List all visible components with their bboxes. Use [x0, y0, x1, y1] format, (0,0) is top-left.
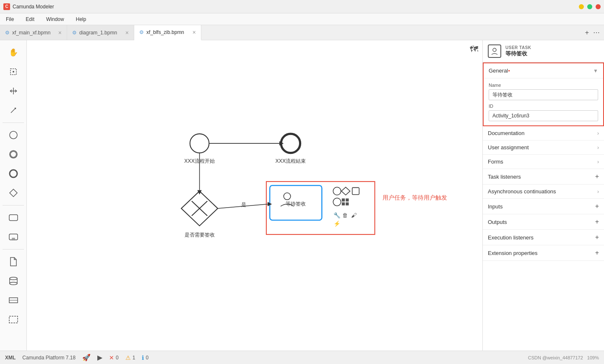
- execution-listeners-row[interactable]: Execution listeners +: [483, 230, 604, 245]
- documentation-label: Documentation: [488, 130, 524, 136]
- async-continuations-label: Asynchronous continuations: [488, 188, 556, 195]
- seq-label: 是: [241, 202, 246, 208]
- async-continuations-row[interactable]: Asynchronous continuations ›: [483, 185, 604, 199]
- svg-marker-14: [10, 189, 17, 197]
- window-controls[interactable]: [579, 4, 601, 9]
- tab-close-2[interactable]: ×: [125, 30, 129, 36]
- svg-rect-33: [342, 203, 345, 205]
- tab-label-3: xf_blfs_zib.bpmn: [146, 29, 184, 35]
- general-section-header[interactable]: General ● ▼: [484, 63, 603, 78]
- name-field-label: Name: [489, 83, 598, 88]
- outputs-row[interactable]: Outputs +: [483, 214, 604, 230]
- menu-edit[interactable]: Edit: [23, 16, 37, 23]
- tab-xf-main[interactable]: ⚙ xf_main_xf.bpmn ×: [0, 25, 67, 40]
- ctx-circle[interactable]: [333, 187, 341, 195]
- svg-point-20: [10, 277, 17, 280]
- create-task[interactable]: [5, 209, 22, 226]
- right-panel: USER TASK 等待签收 General ● ▼ Name ID Docum…: [482, 40, 604, 351]
- lasso-tool[interactable]: [5, 63, 22, 81]
- tab-icon-2: ⚙: [72, 30, 77, 36]
- async-continuations-chevron: ›: [597, 188, 599, 195]
- user-assignment-right: ›: [597, 144, 599, 151]
- create-start-event[interactable]: [5, 126, 22, 144]
- maximize-button[interactable]: [587, 4, 592, 9]
- extension-properties-plus[interactable]: +: [595, 249, 599, 257]
- ctx-wrench[interactable]: 🔧: [333, 212, 341, 219]
- create-group[interactable]: [5, 311, 22, 328]
- connect-tool[interactable]: [5, 101, 22, 119]
- minimap-toggle[interactable]: 🗺: [470, 44, 478, 54]
- tab-bar: ⚙ xf_main_xf.bpmn × ⚙ diagram_1.bpmn × ⚙…: [0, 25, 604, 40]
- user-assignment-row[interactable]: User assignment ›: [483, 140, 604, 155]
- tab-close-3[interactable]: ×: [193, 29, 196, 35]
- tab-close-1[interactable]: ×: [58, 30, 62, 36]
- outputs-label: Outputs: [488, 219, 507, 225]
- tab-actions[interactable]: + ⋯: [581, 25, 604, 40]
- extension-properties-label: Extension properties: [488, 250, 538, 256]
- xml-label[interactable]: XML: [5, 355, 16, 361]
- menu-file[interactable]: File: [3, 16, 16, 23]
- minimize-button[interactable]: [579, 4, 584, 9]
- forms-chevron: ›: [597, 159, 599, 165]
- info-indicator: ℹ 0: [142, 354, 148, 361]
- ctx-circle2[interactable]: [333, 198, 341, 206]
- end-event[interactable]: [281, 134, 300, 153]
- user-assignment-chevron: ›: [597, 144, 599, 151]
- svg-point-10: [10, 131, 17, 139]
- general-section: General ● ▼ Name ID: [483, 62, 604, 126]
- title-bar: C Camunda Modeler: [0, 0, 604, 13]
- close-button[interactable]: [596, 4, 601, 9]
- space-tool[interactable]: [5, 82, 22, 100]
- tab-diagram1[interactable]: ⚙ diagram_1.bpmn ×: [67, 25, 134, 40]
- run-icon[interactable]: ▶: [97, 354, 102, 361]
- task-type-icon: [488, 44, 501, 58]
- ctx-trash[interactable]: 🗑: [342, 212, 348, 218]
- create-intermediate-event[interactable]: [5, 146, 22, 163]
- ctx-paint[interactable]: 🖌: [351, 212, 357, 218]
- watermark: CSDN @weixin_44877172: [528, 355, 583, 360]
- svg-point-13: [10, 170, 17, 177]
- create-end-event[interactable]: [5, 165, 22, 182]
- id-field-label: ID: [489, 104, 598, 109]
- main-layout: ✋: [0, 40, 604, 351]
- svg-rect-31: [342, 198, 345, 201]
- left-toolbar: ✋: [0, 40, 27, 351]
- execution-listeners-plus[interactable]: +: [595, 234, 599, 241]
- menu-help[interactable]: Help: [73, 16, 89, 23]
- general-label: General: [489, 68, 508, 74]
- documentation-row[interactable]: Documentation ›: [483, 126, 604, 140]
- task-listeners-row[interactable]: Task listeners +: [483, 169, 604, 185]
- tab-menu-icon[interactable]: ⋯: [593, 29, 600, 36]
- general-indicator: ●: [508, 69, 510, 73]
- bpmn-diagram: XXX流程开始 XXX流程結束 是否需要签收 等待签收: [27, 40, 482, 351]
- create-subprocess[interactable]: [5, 228, 22, 246]
- create-lane[interactable]: [5, 291, 22, 309]
- deploy-icon[interactable]: 🚀: [82, 354, 91, 361]
- menu-window[interactable]: Window: [44, 16, 67, 23]
- create-gateway[interactable]: [5, 184, 22, 202]
- extension-properties-row[interactable]: Extension properties +: [483, 245, 604, 261]
- create-data-store[interactable]: [5, 272, 22, 290]
- ctx-square[interactable]: [352, 187, 359, 195]
- inputs-row[interactable]: Inputs +: [483, 199, 604, 214]
- svg-point-12: [10, 151, 16, 157]
- ctx-diamond[interactable]: [341, 187, 350, 195]
- name-field-input[interactable]: [489, 89, 598, 100]
- add-tab-icon[interactable]: +: [585, 29, 589, 36]
- end-event-label: XXX流程結束: [275, 158, 306, 164]
- ctx-link[interactable]: ⚡: [333, 220, 341, 227]
- inputs-plus[interactable]: +: [595, 203, 599, 210]
- tab-xf-blfs[interactable]: ⚙ xf_blfs_zib.bpmn ×: [134, 25, 201, 40]
- svg-point-1: [13, 71, 14, 73]
- id-field-input[interactable]: [489, 110, 598, 121]
- outputs-plus[interactable]: +: [595, 218, 599, 226]
- create-data-object[interactable]: [5, 253, 22, 270]
- start-event[interactable]: [190, 134, 209, 153]
- ctx-grid[interactable]: [342, 198, 349, 205]
- canvas-area[interactable]: 🗺 XXX流程开始 XXX流程結束 是否需要签收: [27, 40, 482, 351]
- separator-1: [3, 122, 23, 123]
- forms-row[interactable]: Forms ›: [483, 155, 604, 169]
- task-listeners-plus[interactable]: +: [595, 173, 599, 180]
- task-name-label: 等待签收: [505, 50, 531, 57]
- hand-tool[interactable]: ✋: [5, 44, 22, 61]
